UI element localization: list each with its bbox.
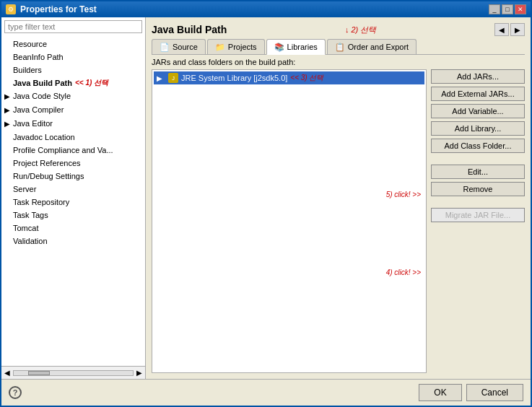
bottom-buttons: OK Cancel	[419, 384, 523, 401]
tab-projects[interactable]: 📁 Projects	[207, 39, 265, 54]
title-bar-left: ⚙ Properties for Test	[6, 4, 97, 14]
add-jars-button[interactable]: Add JARs...	[431, 69, 525, 84]
remove-button[interactable]: Remove	[431, 182, 525, 196]
main-title: Java Build Path	[152, 24, 227, 35]
expand-icon: ▶	[4, 118, 13, 130]
button-spacer-2	[431, 199, 525, 205]
main-content: Java Build Path ↓ 2) 선택 ◀ ▶ 📄 Source 📁 P…	[146, 17, 531, 379]
title-bar: ⚙ Properties for Test _ □ ✕	[1, 1, 531, 17]
close-button[interactable]: ✕	[515, 4, 526, 14]
tab-source[interactable]: 📄 Source	[152, 39, 206, 54]
sidebar-tree: Resource BeanInfo Path Builders Java Bui…	[1, 36, 145, 366]
build-path-content: JARs and class folders on the build path…	[152, 58, 525, 373]
sidebar-item-run-debug[interactable]: Run/Debug Settings	[1, 170, 145, 183]
sidebar-item-java-compiler[interactable]: ▶Java Compiler	[1, 103, 145, 117]
button-spacer	[431, 156, 525, 162]
tab-order-label: Order and Export	[348, 43, 409, 51]
sidebar-item-java-build-path[interactable]: Java Build Path << 1) 선택	[1, 76, 145, 89]
sidebar-item-javadoc[interactable]: Javadoc Location	[1, 131, 145, 144]
sidebar-item-task-repository[interactable]: Task Repository	[1, 196, 145, 209]
filter-input[interactable]	[4, 20, 142, 33]
jar-item-jre[interactable]: ▶ J JRE System Library [j2sdk5.0] << 3) …	[154, 71, 424, 84]
order-tab-icon: 📋	[335, 42, 345, 52]
sidebar-item-validation[interactable]: Validation	[1, 235, 145, 248]
sidebar-scrollbar: ◀ ▶	[1, 366, 145, 379]
sidebar-item-project-references[interactable]: Project References	[1, 157, 145, 170]
migrate-jar-button[interactable]: Migrate JAR File...	[431, 208, 525, 222]
bottom-bar: ? OK Cancel	[1, 379, 531, 406]
projects-tab-icon: 📁	[215, 42, 225, 52]
annotation-3-select: << 3) 선택	[290, 73, 323, 83]
properties-window: ⚙ Properties for Test _ □ ✕ Resource Bea…	[0, 0, 532, 407]
sidebar-item-tomcat[interactable]: Tomcat	[1, 222, 145, 235]
build-path-label: JARs and class folders on the build path…	[152, 58, 525, 66]
tab-projects-label: Projects	[228, 43, 257, 51]
sidebar-item-profile[interactable]: Profile Compliance and Va...	[1, 144, 145, 157]
add-external-jars-button[interactable]: Add External JARs...	[431, 87, 525, 101]
add-library-button[interactable]: Add Library...	[431, 121, 525, 136]
build-path-main: ▶ J JRE System Library [j2sdk5.0] << 3) …	[152, 69, 525, 373]
scroll-track[interactable]	[13, 370, 134, 376]
source-tab-icon: 📄	[160, 42, 170, 52]
sidebar: Resource BeanInfo Path Builders Java Bui…	[1, 17, 146, 379]
libraries-tab-icon: 📚	[274, 42, 284, 52]
annotation-1-select: << 1) 선택	[75, 77, 108, 89]
scroll-left-arrow[interactable]: ◀	[1, 367, 13, 380]
jar-section: ▶ J JRE System Library [j2sdk5.0] << 3) …	[152, 69, 427, 373]
jar-tree[interactable]: ▶ J JRE System Library [j2sdk5.0] << 3) …	[152, 69, 427, 373]
main-header: Java Build Path ↓ 2) 선택 ◀ ▶	[152, 23, 525, 36]
jar-expand-icon: ▶	[157, 74, 165, 82]
scroll-thumb[interactable]	[28, 371, 50, 375]
tab-libraries-label: Libraries	[287, 43, 318, 51]
add-class-folder-button[interactable]: Add Class Folder...	[431, 139, 525, 153]
minimize-button[interactable]: _	[489, 4, 500, 14]
edit-button[interactable]: Edit...	[431, 165, 525, 179]
sidebar-item-builders[interactable]: Builders	[1, 64, 145, 76]
sidebar-item-beaninfo[interactable]: BeanInfo Path	[1, 51, 145, 64]
sidebar-item-java-code-style[interactable]: ▶Java Code Style	[1, 89, 145, 103]
sidebar-item-server[interactable]: Server	[1, 183, 145, 196]
cancel-button[interactable]: Cancel	[466, 384, 523, 401]
help-button[interactable]: ?	[9, 386, 22, 399]
content-area: Resource BeanInfo Path Builders Java Bui…	[1, 17, 531, 379]
jar-library-icon: J	[168, 73, 178, 83]
maximize-button[interactable]: □	[502, 4, 513, 14]
expand-icon: ▶	[4, 105, 13, 116]
add-variable-button[interactable]: Add Variable...	[431, 104, 525, 118]
expand-icon: ▶	[4, 91, 13, 102]
tab-source-label: Source	[173, 43, 198, 51]
jar-item-label: JRE System Library [j2sdk5.0]	[181, 74, 287, 82]
right-buttons: Add JARs... Add External JARs... Add Var…	[431, 69, 525, 373]
title-controls: _ □ ✕	[489, 4, 526, 14]
nav-arrows: ◀ ▶	[494, 23, 525, 36]
annotation-2-select: ↓ 2) 선택	[345, 25, 376, 35]
tab-order-export[interactable]: 📋 Order and Export	[327, 39, 417, 54]
sidebar-item-java-editor[interactable]: ▶Java Editor	[1, 117, 145, 131]
window-title: Properties for Test	[20, 4, 97, 14]
tabs-row: 📄 Source 📁 Projects 📚 Libraries 📋 Order …	[152, 39, 525, 55]
nav-back-button[interactable]: ◀	[494, 23, 509, 36]
sidebar-item-resource[interactable]: Resource	[1, 38, 145, 51]
sidebar-item-task-tags[interactable]: Task Tags	[1, 209, 145, 222]
scroll-right-arrow[interactable]: ▶	[134, 367, 145, 380]
ok-button[interactable]: OK	[419, 384, 461, 401]
window-icon: ⚙	[6, 4, 16, 14]
tab-libraries[interactable]: 📚 Libraries	[266, 39, 326, 55]
nav-forward-button[interactable]: ▶	[510, 23, 525, 36]
